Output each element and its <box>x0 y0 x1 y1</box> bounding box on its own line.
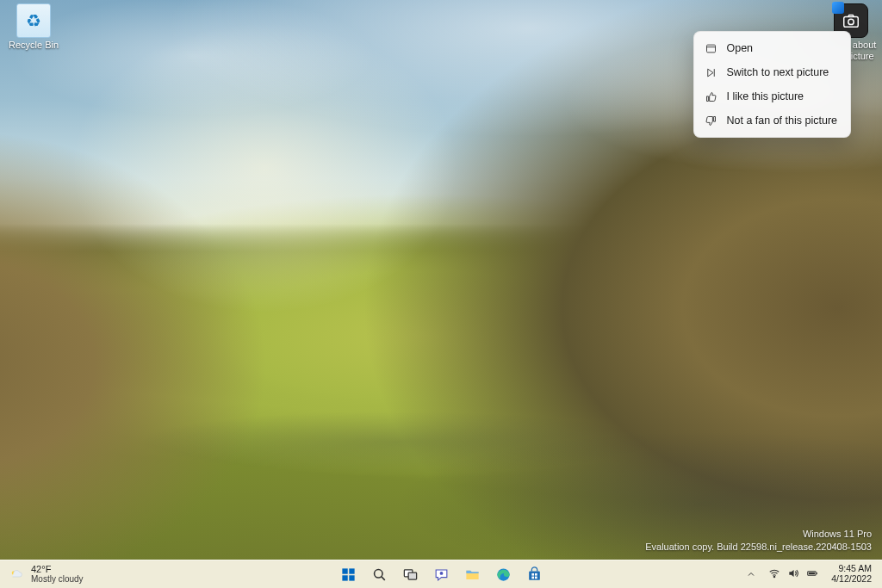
search-button[interactable] <box>365 562 393 587</box>
desktop-icon-recycle-bin[interactable]: Recycle Bin <box>3 3 64 51</box>
weather-text: 42°F Mostly cloudy <box>31 565 84 584</box>
watermark-line1: Windows 11 Pro <box>645 528 872 541</box>
taskbar-widgets[interactable]: 42°F Mostly cloudy <box>0 560 84 588</box>
svg-rect-21 <box>809 573 815 574</box>
svg-rect-4 <box>342 568 347 573</box>
menu-item-like[interactable]: I like this picture <box>699 84 846 108</box>
menu-item-label: Open <box>726 42 753 54</box>
svg-rect-10 <box>408 573 417 579</box>
taskbar-clock[interactable]: 9:45 AM 4/12/2022 <box>826 562 877 587</box>
badge-icon <box>832 2 844 14</box>
svg-rect-7 <box>349 575 354 580</box>
svg-rect-2 <box>706 45 715 53</box>
svg-rect-20 <box>817 573 817 574</box>
edge-button[interactable] <box>489 562 517 587</box>
weather-temp: 42°F <box>31 565 84 575</box>
volume-icon <box>787 567 799 581</box>
svg-rect-5 <box>349 568 354 573</box>
menu-item-label: Not a fan of this picture <box>726 115 837 127</box>
menu-item-label: I like this picture <box>726 90 804 102</box>
weather-icon <box>9 566 24 582</box>
svg-rect-14 <box>531 573 534 575</box>
build-watermark: Windows 11 Pro Evaluation copy. Build 22… <box>645 528 872 554</box>
menu-item-open[interactable]: Open <box>699 36 846 60</box>
svg-rect-6 <box>342 575 347 580</box>
clock-date: 4/12/2022 <box>831 574 872 585</box>
system-tray[interactable] <box>763 562 823 587</box>
menu-item-switch-next[interactable]: Switch to next picture <box>699 60 846 84</box>
watermark-line2: Evaluation copy. Build 22598.ni_release.… <box>645 541 872 554</box>
svg-point-11 <box>439 572 443 575</box>
weather-summary: Mostly cloudy <box>31 575 84 585</box>
recycle-bin-icon <box>16 3 51 38</box>
taskbar-right: 9:45 AM 4/12/2022 <box>742 560 882 588</box>
next-icon <box>704 65 717 79</box>
taskbar-center <box>334 560 548 588</box>
menu-item-label: Switch to next picture <box>726 66 829 78</box>
desktop-icon-label: Recycle Bin <box>3 40 64 51</box>
thumbs-down-icon <box>704 114 717 127</box>
start-button[interactable] <box>334 562 362 587</box>
battery-icon <box>806 567 818 581</box>
svg-rect-16 <box>531 576 534 579</box>
svg-rect-13 <box>529 571 540 579</box>
thumbs-up-icon <box>704 90 717 103</box>
svg-point-1 <box>848 19 854 24</box>
spotlight-context-menu: Open Switch to next picture I like this … <box>693 31 851 138</box>
svg-rect-17 <box>534 576 537 579</box>
file-explorer-button[interactable] <box>458 562 486 587</box>
svg-point-8 <box>374 569 382 578</box>
svg-rect-15 <box>534 573 537 575</box>
svg-rect-0 <box>844 16 859 27</box>
svg-point-18 <box>774 576 776 578</box>
store-button[interactable] <box>520 562 548 587</box>
chat-button[interactable] <box>427 562 455 587</box>
menu-item-dislike[interactable]: Not a fan of this picture <box>699 108 846 133</box>
open-icon <box>704 41 717 55</box>
task-view-button[interactable] <box>396 562 424 587</box>
taskbar: 42°F Mostly cloudy <box>0 560 882 588</box>
wifi-icon <box>768 567 780 581</box>
tray-overflow-button[interactable] <box>742 562 761 587</box>
